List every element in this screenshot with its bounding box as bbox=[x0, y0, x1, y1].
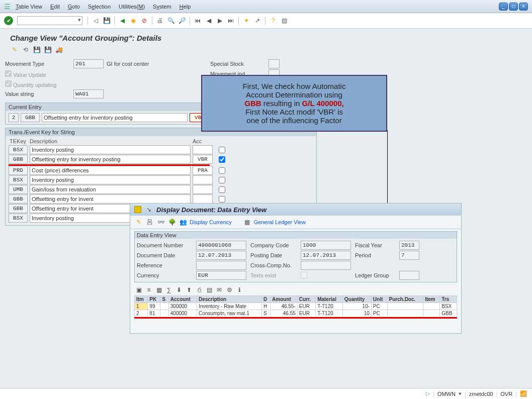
table-col[interactable]: Quantity bbox=[342, 296, 371, 303]
cancel-icon[interactable]: ⊘ bbox=[140, 16, 149, 25]
menu-selection[interactable]: Selection bbox=[88, 4, 111, 10]
tek-modif[interactable] bbox=[193, 175, 213, 184]
tbl-tool-5[interactable]: ⬇ bbox=[174, 285, 184, 294]
tbl-tool-6[interactable]: ⬆ bbox=[185, 285, 194, 294]
tek-modif[interactable]: PRA bbox=[193, 166, 213, 175]
prev-page-icon[interactable]: ◀ bbox=[204, 16, 213, 25]
menu-icon[interactable]: ☰ bbox=[4, 3, 11, 11]
tek-modif[interactable] bbox=[193, 194, 213, 204]
display-currency-link[interactable]: Display Currency bbox=[190, 219, 232, 225]
tek-check[interactable] bbox=[219, 186, 225, 193]
tek-modif[interactable] bbox=[193, 145, 213, 154]
table-col[interactable]: S bbox=[160, 296, 168, 303]
table-col[interactable]: Trs bbox=[440, 296, 457, 303]
tek-desc[interactable]: Inventory posting bbox=[30, 145, 191, 154]
save-icon-3[interactable]: 💾 bbox=[43, 45, 52, 54]
doc-overview-icon[interactable]: 呂 bbox=[145, 218, 154, 227]
doc-tree-icon[interactable]: 🌳 bbox=[167, 218, 176, 227]
tek-check[interactable] bbox=[219, 167, 225, 174]
table-row[interactable]: 199300000Inventory - Raw MateH46.55-EURT… bbox=[135, 303, 457, 310]
tbl-tool-2[interactable]: ≡ bbox=[144, 285, 153, 294]
transport-icon[interactable]: 🚚 bbox=[54, 45, 63, 54]
tbl-tool-1[interactable]: ▣ bbox=[134, 285, 143, 294]
save-icon-2[interactable]: 💾 bbox=[32, 45, 41, 54]
tek-modif[interactable] bbox=[193, 185, 213, 194]
doc-display-icon[interactable]: ✎ bbox=[134, 218, 143, 227]
menu-utilities[interactable]: Utilities(M) bbox=[119, 4, 145, 10]
help-icon[interactable]: ? bbox=[269, 16, 278, 25]
find-next-icon[interactable]: 🔎 bbox=[178, 16, 187, 25]
menu-system[interactable]: System bbox=[153, 4, 171, 10]
current-entry-desc[interactable]: Offsetting entry for inventory posting bbox=[42, 113, 188, 122]
table-row[interactable]: 281400000Consumptn, raw mat.1S46.55EURT-… bbox=[135, 310, 457, 317]
doc-tool-icon[interactable]: ↘ bbox=[144, 205, 153, 214]
tek-row[interactable]: BSX Inventory posting bbox=[9, 145, 313, 154]
enter-icon[interactable]: ✔ bbox=[4, 16, 13, 25]
tbl-tool-9[interactable]: ✉ bbox=[215, 285, 224, 294]
menu-table-view[interactable]: TTable Viewable View bbox=[16, 4, 42, 10]
close-button[interactable]: × bbox=[519, 3, 528, 11]
tek-desc[interactable]: Cost (price) differences bbox=[30, 166, 191, 175]
last-page-icon[interactable]: ⏭ bbox=[226, 16, 235, 25]
table-col[interactable]: D bbox=[262, 296, 271, 303]
menu-goto[interactable]: Goto bbox=[68, 4, 80, 10]
new-session-icon[interactable]: ✦ bbox=[242, 16, 251, 25]
tek-col-key: TEKey bbox=[9, 138, 28, 144]
tbl-tool-3[interactable]: ▦ bbox=[154, 285, 163, 294]
command-field[interactable] bbox=[17, 16, 82, 25]
layout-icon[interactable]: ▤ bbox=[280, 16, 289, 25]
next-page-icon[interactable]: ▶ bbox=[215, 16, 224, 25]
table-col[interactable]: Itm bbox=[135, 296, 148, 303]
table-col[interactable]: Material bbox=[316, 296, 343, 303]
menu-help[interactable]: Help bbox=[180, 4, 191, 10]
tbl-tool-4[interactable]: ∑ bbox=[164, 285, 173, 294]
tek-desc[interactable]: Offsetting entry for invent bbox=[30, 194, 191, 204]
back-icon[interactable]: ◁ bbox=[91, 16, 100, 25]
main-content: Change View "Account Grouping": Details … bbox=[0, 29, 532, 395]
table-col[interactable]: Description bbox=[197, 296, 262, 303]
table-col[interactable]: Item bbox=[423, 296, 440, 303]
tek-check[interactable] bbox=[219, 147, 225, 153]
tek-check[interactable] bbox=[219, 177, 225, 183]
back-button[interactable]: ◀ bbox=[118, 16, 127, 25]
gl-view-link[interactable]: General Ledger View bbox=[254, 219, 306, 225]
tbl-tool-8[interactable]: ▤ bbox=[205, 285, 214, 294]
tek-row[interactable]: PRD Cost (price) differences PRA bbox=[9, 166, 313, 175]
table-col[interactable]: PK bbox=[148, 296, 160, 303]
tek-row[interactable]: UMB Gain/loss from revaluation bbox=[9, 185, 313, 194]
print-icon[interactable]: 🖨 bbox=[155, 16, 164, 25]
tek-row[interactable]: BSX Inventory posting bbox=[9, 175, 313, 184]
shortcut-icon[interactable]: ↗ bbox=[253, 16, 262, 25]
status-nav-icon[interactable]: ▷ bbox=[426, 390, 430, 397]
exit-icon[interactable]: ◉ bbox=[129, 16, 138, 25]
tek-row[interactable]: GBB Offsetting entry for invent bbox=[9, 194, 313, 204]
toggle-icon[interactable]: ✎ bbox=[10, 45, 19, 54]
other-entry-icon[interactable]: ⟲ bbox=[21, 45, 30, 54]
tek-desc[interactable]: Gain/loss from revaluation bbox=[30, 185, 191, 194]
tek-desc[interactable]: Offsetting entry for inventory posting bbox=[30, 155, 191, 164]
tek-row[interactable]: GBB Offsetting entry for inventory posti… bbox=[9, 155, 313, 164]
maximize-button[interactable]: □ bbox=[509, 3, 518, 11]
doc-glasses-icon[interactable]: 👓 bbox=[156, 218, 165, 227]
table-col[interactable]: Curr. bbox=[297, 296, 315, 303]
table-col[interactable]: Account bbox=[168, 296, 197, 303]
tbl-tool-7[interactable]: ⎙ bbox=[195, 285, 204, 294]
cc-field: 1000 bbox=[301, 241, 351, 250]
minimize-button[interactable]: _ bbox=[499, 3, 508, 11]
table-col[interactable]: Purch.Doc. bbox=[387, 296, 423, 303]
tek-check[interactable] bbox=[219, 156, 225, 163]
tbl-tool-11[interactable]: ℹ bbox=[235, 285, 244, 294]
doc-user-icon[interactable]: 👥 bbox=[179, 218, 188, 227]
tbl-tool-10[interactable]: ⚙ bbox=[225, 285, 234, 294]
menu-edit[interactable]: Edit bbox=[50, 4, 60, 10]
first-page-icon[interactable]: ⏮ bbox=[193, 16, 202, 25]
save-icon[interactable]: 💾 bbox=[102, 16, 111, 25]
table-col[interactable]: Amount bbox=[271, 296, 298, 303]
find-icon[interactable]: 🔍 bbox=[166, 16, 175, 25]
tek-desc[interactable]: Inventory posting bbox=[30, 175, 191, 184]
table-col[interactable]: Unit bbox=[371, 296, 387, 303]
tek-check[interactable] bbox=[219, 196, 225, 203]
tek-modif[interactable]: VBR bbox=[193, 155, 213, 164]
ref-field bbox=[196, 261, 246, 270]
gl-view-icon[interactable]: ▦ bbox=[243, 218, 252, 227]
